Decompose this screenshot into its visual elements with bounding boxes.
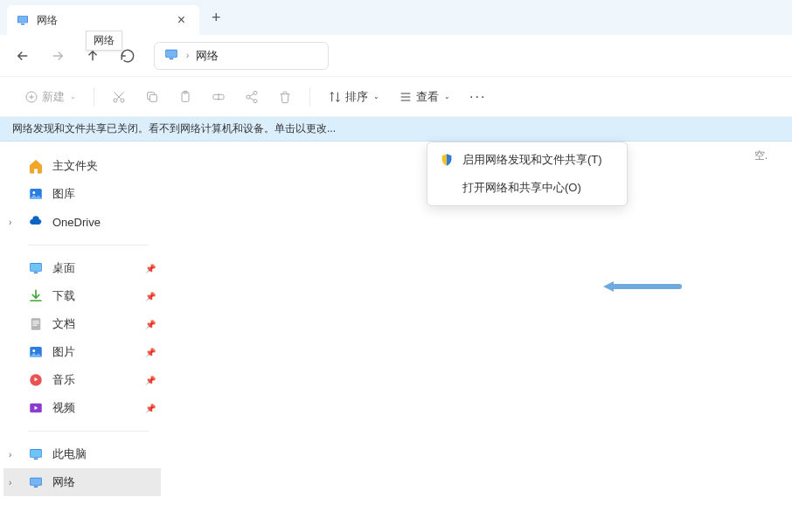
breadcrumb-separator: › bbox=[186, 51, 189, 60]
caret-down-icon: ⌄ bbox=[70, 93, 76, 100]
ctx-enable-discovery[interactable]: 启用网络发现和文件共享(T) bbox=[427, 146, 627, 174]
sidebar-item-label: 图片 bbox=[52, 344, 75, 360]
svg-rect-9 bbox=[149, 94, 156, 101]
sidebar-item-downloads[interactable]: 下载 📌 bbox=[3, 282, 161, 310]
expand-icon[interactable]: › bbox=[9, 450, 11, 459]
svg-point-8 bbox=[121, 99, 124, 102]
download-icon bbox=[28, 288, 44, 304]
pin-icon: 📌 bbox=[145, 404, 156, 413]
breadcrumb-network[interactable]: 网络 bbox=[196, 48, 219, 64]
sidebar-item-label: OneDrive bbox=[52, 216, 101, 229]
svg-rect-30 bbox=[31, 450, 41, 457]
sidebar-item-label: 视频 bbox=[52, 400, 75, 416]
svg-rect-1 bbox=[18, 17, 28, 23]
ctx-item-label: 启用网络发现和文件共享(T) bbox=[462, 152, 602, 168]
tab-bar: 网络 × + 网络 bbox=[0, 0, 792, 35]
sidebar-item-network[interactable]: › 网络 bbox=[3, 468, 161, 496]
svg-rect-21 bbox=[31, 318, 41, 330]
svg-rect-22 bbox=[32, 321, 39, 321]
network-icon bbox=[163, 46, 179, 65]
music-icon bbox=[28, 372, 44, 388]
svg-rect-19 bbox=[31, 264, 41, 271]
pin-icon: 📌 bbox=[145, 292, 156, 301]
paste-button[interactable] bbox=[171, 86, 199, 107]
cut-button[interactable] bbox=[105, 86, 133, 107]
sidebar-item-home[interactable]: 主文件夹 bbox=[3, 152, 161, 180]
svg-rect-33 bbox=[31, 479, 41, 486]
pin-icon: 📌 bbox=[145, 264, 156, 273]
ctx-open-center[interactable]: 打开网络和共享中心(O) bbox=[427, 174, 627, 202]
rename-button[interactable] bbox=[205, 86, 233, 107]
sidebar-item-label: 文档 bbox=[52, 316, 75, 332]
content-pane[interactable]: 启用网络发现和文件共享(T) 打开网络和共享中心(O) 空. bbox=[166, 142, 792, 532]
sidebar-item-label: 下载 bbox=[52, 288, 75, 304]
svg-rect-4 bbox=[166, 51, 177, 58]
svg-point-13 bbox=[254, 91, 257, 94]
svg-point-14 bbox=[247, 95, 250, 99]
sidebar-item-gallery[interactable]: 图库 bbox=[3, 180, 161, 208]
gallery-icon bbox=[28, 186, 44, 202]
sidebar-item-label: 网络 bbox=[52, 474, 75, 490]
thispc-icon bbox=[28, 446, 44, 462]
info-bar[interactable]: 网络发现和文件共享已关闭。看不到网络计算机和设备。单击以更改... bbox=[0, 117, 792, 142]
divider bbox=[94, 87, 94, 107]
context-menu: 启用网络发现和文件共享(T) 打开网络和共享中心(O) bbox=[427, 142, 628, 206]
svg-rect-20 bbox=[34, 273, 38, 274]
sidebar-item-music[interactable]: 音乐 📌 bbox=[3, 366, 161, 394]
videos-icon bbox=[28, 400, 44, 416]
info-message: 网络发现和文件共享已关闭。看不到网络计算机和设备。单击以更改... bbox=[12, 121, 336, 136]
share-button[interactable] bbox=[238, 86, 266, 107]
svg-point-17 bbox=[32, 191, 35, 194]
svg-rect-31 bbox=[34, 459, 38, 460]
delete-button[interactable] bbox=[271, 86, 299, 107]
expand-icon[interactable]: › bbox=[9, 478, 11, 487]
pictures-icon bbox=[28, 344, 44, 360]
annotation-arrow bbox=[612, 281, 682, 292]
sidebar-item-documents[interactable]: 文档 📌 bbox=[3, 310, 161, 338]
svg-rect-5 bbox=[170, 59, 174, 60]
network-icon bbox=[16, 13, 30, 27]
more-button[interactable]: ··· bbox=[462, 86, 493, 108]
tab-tooltip: 网络 bbox=[86, 31, 122, 51]
sidebar-item-videos[interactable]: 视频 📌 bbox=[3, 394, 161, 422]
sidebar-item-label: 主文件夹 bbox=[52, 158, 98, 174]
svg-point-26 bbox=[32, 349, 35, 352]
tab-title: 网络 bbox=[37, 13, 172, 28]
svg-rect-34 bbox=[34, 487, 38, 488]
sidebar: 主文件夹 图库 › OneDrive 桌面 📌 bbox=[0, 142, 166, 532]
caret-down-icon: ⌄ bbox=[444, 93, 450, 100]
svg-rect-23 bbox=[32, 323, 39, 324]
sidebar-item-pictures[interactable]: 图片 📌 bbox=[3, 338, 161, 366]
sidebar-item-thispc[interactable]: › 此电脑 bbox=[3, 440, 161, 468]
pin-icon: 📌 bbox=[145, 320, 156, 329]
sidebar-item-label: 此电脑 bbox=[52, 446, 87, 462]
divider bbox=[28, 431, 149, 432]
svg-rect-24 bbox=[32, 325, 37, 326]
copy-button[interactable] bbox=[138, 86, 166, 107]
address-bar[interactable]: › 网络 bbox=[154, 42, 329, 70]
new-button[interactable]: 新建 ⌄ bbox=[17, 86, 83, 108]
toolbar: 新建 ⌄ 排序 ⌄ 查看 ⌄ ··· bbox=[0, 77, 792, 117]
sort-button[interactable]: 排序 ⌄ bbox=[321, 86, 386, 108]
expand-icon[interactable]: › bbox=[9, 218, 11, 227]
home-icon bbox=[28, 158, 44, 174]
sidebar-item-onedrive[interactable]: › OneDrive bbox=[3, 208, 161, 236]
back-button[interactable] bbox=[7, 42, 38, 70]
caret-down-icon: ⌄ bbox=[373, 93, 379, 100]
empty-hint: 空. bbox=[754, 149, 768, 163]
divider bbox=[28, 245, 149, 245]
documents-icon bbox=[28, 316, 44, 332]
pin-icon: 📌 bbox=[145, 376, 156, 385]
sidebar-item-desktop[interactable]: 桌面 📌 bbox=[3, 254, 161, 282]
body-area: 主文件夹 图库 › OneDrive 桌面 📌 bbox=[0, 142, 792, 532]
onedrive-icon bbox=[28, 214, 44, 230]
forward-button[interactable] bbox=[42, 42, 73, 70]
network-icon bbox=[28, 474, 44, 490]
svg-point-7 bbox=[114, 99, 117, 102]
sidebar-item-label: 音乐 bbox=[52, 372, 75, 388]
sidebar-item-label: 图库 bbox=[52, 186, 75, 202]
close-icon[interactable]: × bbox=[172, 10, 191, 30]
shield-icon bbox=[440, 153, 454, 167]
view-button[interactable]: 查看 ⌄ bbox=[392, 86, 457, 108]
new-tab-button[interactable]: + bbox=[199, 3, 233, 32]
